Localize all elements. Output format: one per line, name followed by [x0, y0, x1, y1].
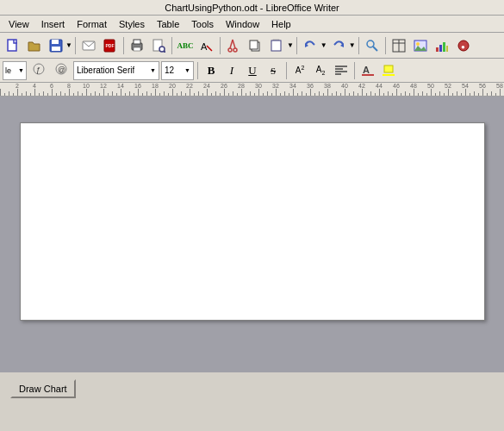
copy-icon — [248, 39, 262, 53]
ruler: 2468101214161820222426283032343638404244… — [0, 83, 504, 97]
new-button[interactable] — [3, 35, 23, 56]
script-button-2[interactable]: @ — [51, 60, 72, 81]
insert-chart-button[interactable] — [432, 35, 452, 56]
autocorrect-button[interactable]: A — [196, 35, 217, 56]
font-name-dropdown[interactable]: Liberation Serif ▼ — [73, 61, 159, 80]
svg-point-24 — [367, 41, 374, 47]
highlight-button[interactable] — [379, 61, 398, 80]
svg-rect-21 — [271, 41, 281, 51]
menu-table[interactable]: Table — [152, 17, 184, 31]
svg-text:ƒ: ƒ — [36, 66, 40, 74]
script-icon-2: @ — [54, 62, 68, 78]
document-page[interactable] — [20, 122, 485, 321]
spell-icon: ABC — [177, 41, 193, 50]
find-icon — [365, 39, 379, 53]
undo-button[interactable] — [300, 35, 320, 56]
superscript-button[interactable]: A2 — [290, 61, 309, 80]
script-button-1[interactable]: ƒ — [28, 60, 49, 81]
paste-button[interactable] — [266, 35, 287, 56]
insert-chart-icon — [435, 39, 449, 53]
svg-rect-47 — [384, 66, 393, 72]
paste-dropdown[interactable]: ▼ — [287, 41, 294, 49]
svg-rect-2 — [52, 40, 59, 44]
menu-styles[interactable]: Styles — [114, 17, 150, 31]
save-dropdown[interactable]: ▼ — [65, 41, 72, 49]
svg-line-16 — [230, 40, 233, 48]
title-bar: ChartUsingPython.odt - LibreOffice Write… — [0, 0, 504, 16]
menu-help[interactable]: Help — [266, 17, 296, 31]
window-title: ChartUsingPython.odt - LibreOffice Write… — [165, 3, 339, 13]
menu-view[interactable]: View — [3, 17, 34, 31]
svg-rect-32 — [439, 45, 442, 52]
spell-button[interactable]: ABC — [175, 35, 196, 56]
menu-tools[interactable]: Tools — [186, 17, 219, 31]
underline-button[interactable]: U — [243, 61, 262, 80]
svg-text:A: A — [363, 65, 370, 75]
undo-icon — [303, 39, 317, 53]
separator-format-2 — [286, 62, 287, 79]
subscript-icon: A2 — [316, 65, 326, 76]
find-button[interactable] — [362, 35, 383, 56]
font-size-value: 12 — [165, 66, 174, 75]
bold-button[interactable]: B — [202, 61, 221, 80]
strikethrough-button[interactable]: S — [264, 61, 283, 80]
separator-7 — [385, 37, 386, 54]
svg-rect-8 — [134, 40, 140, 44]
paste-icon — [270, 39, 283, 53]
separator-format-3 — [354, 62, 355, 79]
separator-1 — [75, 37, 76, 54]
svg-rect-3 — [52, 47, 60, 51]
font-color-button[interactable]: A — [358, 61, 377, 80]
insert-special-button[interactable]: ● — [453, 35, 474, 56]
save-button[interactable] — [46, 35, 66, 56]
paragraph-style-arrow: ▼ — [18, 67, 24, 73]
insert-special-icon: ● — [457, 39, 470, 53]
italic-button[interactable]: I — [222, 61, 241, 80]
pdf-button[interactable]: PDF — [100, 35, 121, 56]
separator-2 — [123, 37, 124, 54]
svg-line-12 — [164, 51, 165, 53]
bottom-area: Draw Chart — [0, 372, 504, 424]
copy-button[interactable] — [245, 35, 265, 56]
open-button[interactable] — [24, 35, 45, 56]
menu-window[interactable]: Window — [221, 17, 264, 31]
insert-table-button[interactable] — [389, 35, 409, 56]
insert-image-icon — [414, 39, 427, 53]
svg-rect-33 — [443, 42, 445, 52]
svg-point-30 — [416, 42, 420, 46]
insert-table-icon — [392, 39, 406, 53]
highlight-icon — [383, 64, 395, 78]
align-left-button[interactable] — [332, 61, 351, 80]
menu-format[interactable]: Format — [72, 17, 112, 31]
svg-rect-9 — [134, 47, 140, 51]
svg-rect-46 — [362, 74, 374, 76]
subscript-button[interactable]: A2 — [311, 61, 330, 80]
redo-button-group: ▼ — [328, 35, 356, 56]
undo-dropdown[interactable]: ▼ — [320, 41, 327, 49]
svg-text:●: ● — [461, 43, 465, 51]
font-name-value: Liberation Serif — [77, 66, 134, 75]
separator-6 — [358, 37, 359, 54]
align-left-icon — [335, 65, 347, 77]
redo-button[interactable] — [328, 35, 349, 56]
email-button[interactable] — [78, 35, 99, 56]
svg-line-25 — [373, 47, 377, 51]
separator-3 — [171, 37, 172, 54]
svg-rect-34 — [446, 46, 448, 52]
paragraph-style-dropdown[interactable]: le ▼ — [3, 61, 27, 80]
font-size-dropdown[interactable]: 12 ▼ — [161, 61, 194, 80]
svg-point-15 — [233, 48, 237, 52]
superscript-icon: A2 — [296, 65, 305, 75]
cut-icon — [227, 39, 240, 53]
toolbar-formatting: le ▼ ƒ @ Liberation Serif ▼ 12 ▼ B I U S… — [0, 59, 504, 83]
print-button[interactable] — [127, 35, 147, 56]
print-preview-button[interactable] — [148, 35, 169, 56]
insert-image-button[interactable] — [410, 35, 431, 56]
print-preview-icon — [152, 39, 165, 53]
menu-insert[interactable]: Insert — [36, 17, 71, 31]
draw-chart-button[interactable]: Draw Chart — [10, 379, 76, 398]
cut-button[interactable] — [223, 35, 244, 56]
redo-dropdown[interactable]: ▼ — [349, 41, 356, 49]
separator-format-1 — [197, 62, 198, 79]
email-icon — [82, 39, 96, 53]
